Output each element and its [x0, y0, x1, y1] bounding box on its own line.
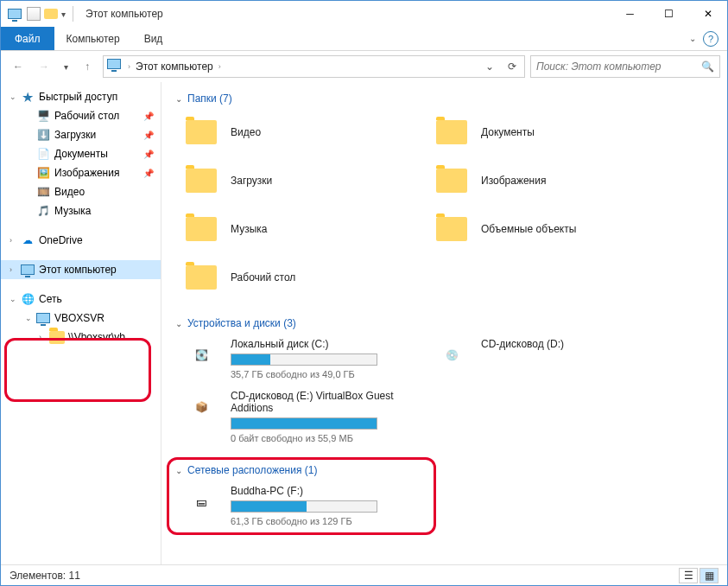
folder-videos[interactable]: Видео — [175, 108, 426, 156]
tree-desktop[interactable]: 🖥️Рабочий стол📌 — [1, 106, 161, 125]
highlight-network — [4, 338, 151, 402]
view-details-button[interactable]: ☰ — [679, 568, 698, 583]
folder-documents[interactable]: Документы — [426, 108, 676, 156]
address-row: ← → ▾ ↑ › Этот компьютер › ⌄ ⟳ 🔍 — [1, 51, 727, 82]
section-drives: ⌄Устройства и диски (3) 💽 Локальный диск… — [175, 314, 713, 449]
up-button[interactable]: ↑ — [77, 56, 98, 77]
drive-d[interactable]: 💿 CD-дисковод (D:) — [426, 333, 676, 385]
tree-music[interactable]: 🎵Музыка — [1, 201, 161, 220]
tree-network-host[interactable]: ⌄VBOXSVR — [1, 309, 161, 328]
section-header-folders[interactable]: ⌄Папки (7) — [175, 89, 713, 108]
tab-computer[interactable]: Компьютер — [54, 27, 132, 50]
cd-icon: 💿 — [433, 338, 471, 373]
pin-icon: 📌 — [143, 111, 154, 121]
drive-c[interactable]: 💽 Локальный диск (C:) 35,7 ГБ свободно и… — [175, 333, 426, 385]
tree-network[interactable]: ⌄🌐Сеть — [1, 290, 161, 309]
tree-documents[interactable]: 📄Документы📌 — [1, 144, 161, 163]
search-icon[interactable]: 🔍 — [701, 61, 714, 73]
help-icon[interactable]: ? — [703, 31, 719, 47]
address-icon — [107, 59, 123, 74]
maximize-button[interactable]: ☐ — [649, 1, 688, 27]
drive-e[interactable]: 📦 CD-дисковод (E:) VirtualBox Guest Addi… — [175, 385, 426, 449]
chevron-right-icon[interactable]: › — [218, 62, 221, 71]
app-icon — [6, 5, 23, 22]
section-folders: ⌄Папки (7) Видео Документы Загрузки Изоб… — [175, 89, 713, 302]
pin-icon: 📌 — [143, 169, 154, 178]
vbox-icon: 📦 — [182, 390, 220, 424]
view-tiles-button[interactable]: ▦ — [700, 568, 719, 583]
tree-network-share[interactable]: ›\\Vboxsvr\vb — [1, 328, 161, 347]
ribbon: Файл Компьютер Вид ⌄ ? — [1, 27, 727, 51]
file-tab[interactable]: Файл — [1, 27, 54, 50]
tree-this-pc[interactable]: ›Этот компьютер — [1, 260, 161, 279]
recent-dropdown[interactable]: ▾ — [60, 56, 72, 77]
tree-pictures[interactable]: 🖼️Изображения📌 — [1, 163, 161, 182]
pin-icon: 📌 — [143, 131, 154, 140]
section-header-netloc[interactable]: ⌄Сетевые расположения (1) — [175, 461, 713, 480]
chevron-right-icon[interactable]: › — [128, 62, 130, 71]
folder-3d-objects[interactable]: Объемные объекты — [426, 205, 676, 253]
folder-desktop[interactable]: Рабочий стол — [175, 253, 426, 302]
qat-properties-icon[interactable] — [27, 7, 41, 21]
network-drive-icon: 🖴 — [182, 485, 220, 519]
tree-quick-access[interactable]: ⌄★Быстрый доступ — [1, 87, 161, 106]
tab-view[interactable]: Вид — [132, 27, 175, 50]
quick-access-toolbar: ▾ — [27, 6, 77, 22]
folder-downloads[interactable]: Загрузки — [175, 156, 426, 205]
qat-separator — [73, 6, 73, 22]
section-network-locations: ⌄Сетевые расположения (1) 🖴 Buddha-PC (F… — [175, 461, 713, 532]
folder-music[interactable]: Музыка — [175, 205, 426, 253]
qat-dropdown-icon[interactable]: ▾ — [61, 10, 66, 19]
minimize-button[interactable]: ─ — [611, 1, 649, 27]
folder-pictures[interactable]: Изображения — [426, 156, 676, 205]
breadcrumb[interactable]: Этот компьютер — [136, 61, 213, 73]
refresh-icon[interactable]: ⟳ — [503, 61, 521, 73]
search-box[interactable]: 🔍 — [530, 55, 720, 78]
status-bar: Элементов: 11 ☰ ▦ — [1, 564, 727, 585]
status-text: Элементов: 11 — [9, 570, 80, 582]
tree-onedrive[interactable]: ›☁OneDrive — [1, 231, 161, 250]
navigation-pane: ⌄★Быстрый доступ 🖥️Рабочий стол📌 ⬇️Загру… — [1, 82, 161, 564]
qat-new-folder-icon[interactable] — [44, 9, 58, 19]
forward-button[interactable]: → — [34, 56, 54, 77]
search-input[interactable] — [536, 61, 701, 73]
address-history-icon[interactable]: ⌄ — [481, 61, 498, 73]
section-header-drives[interactable]: ⌄Устройства и диски (3) — [175, 314, 713, 333]
window-title: Этот компьютер — [85, 8, 163, 20]
ribbon-collapse-icon[interactable]: ⌄ — [689, 34, 696, 43]
close-button[interactable]: ✕ — [688, 1, 727, 27]
tree-downloads[interactable]: ⬇️Загрузки📌 — [1, 125, 161, 144]
hdd-icon: 💽 — [182, 338, 220, 373]
titlebar: ▾ Этот компьютер ─ ☐ ✕ — [1, 1, 727, 27]
address-bar[interactable]: › Этот компьютер › ⌄ ⟳ — [103, 55, 525, 78]
tree-videos[interactable]: 🎞️Видео — [1, 182, 161, 201]
network-drive-f[interactable]: 🖴 Buddha-PC (F:) 61,3 ГБ свободно из 129… — [175, 480, 426, 532]
pin-icon: 📌 — [143, 150, 154, 159]
content-pane: ⌄Папки (7) Видео Документы Загрузки Изоб… — [161, 82, 727, 564]
back-button[interactable]: ← — [8, 56, 28, 77]
